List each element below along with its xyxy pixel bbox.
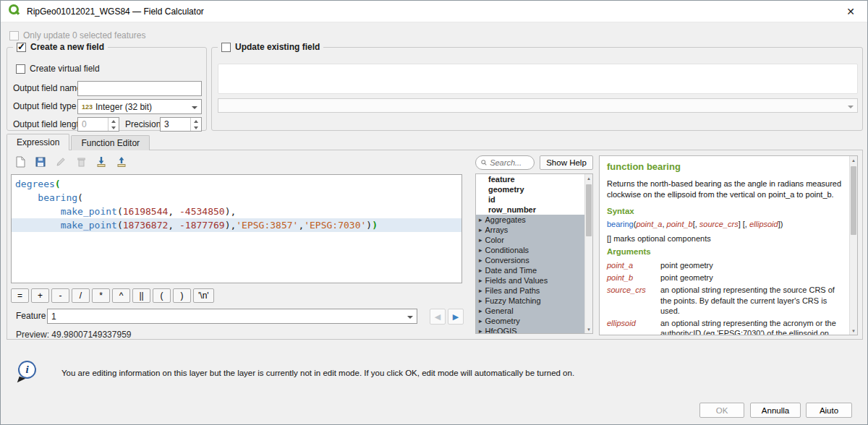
search-input[interactable]: [490, 158, 529, 167]
function-list-item[interactable]: feature: [476, 174, 592, 184]
precision-value: 3: [164, 119, 169, 129]
operator-button[interactable]: -: [51, 288, 69, 303]
argument-row: source_crs an optional string representi…: [607, 285, 843, 316]
checkbox-box[interactable]: [9, 31, 19, 40]
ok-button[interactable]: OK: [699, 403, 744, 418]
output-field-length-label: Output field length: [13, 117, 83, 132]
scrollbar-thumb[interactable]: [586, 184, 592, 236]
function-group-label: General: [485, 306, 514, 316]
output-field-type-label: Output field type: [13, 99, 76, 114]
function-group[interactable]: Geometry: [476, 316, 592, 326]
function-group[interactable]: Aggregates: [476, 215, 592, 225]
create-new-field-checkbox[interactable]: [17, 43, 26, 52]
operator-button[interactable]: '\n': [193, 288, 214, 303]
export-expression-button[interactable]: [112, 153, 131, 171]
scrollbar-thumb[interactable]: [851, 166, 856, 235]
chevron-down-icon: [407, 316, 413, 319]
save-icon: [35, 156, 46, 168]
existing-field-select[interactable]: [218, 98, 858, 113]
function-tree[interactable]: featuregeometryidrow_number AggregatesAr…: [475, 173, 593, 334]
argument-name: point_a: [607, 260, 660, 270]
trash-icon: [75, 156, 87, 168]
function-group-label: Geometry: [485, 316, 520, 326]
update-existing-field-group: Update existing field: [211, 47, 863, 131]
code-line[interactable]: make_point(16198544, -4534850),: [12, 205, 461, 218]
output-field-name-input[interactable]: [77, 81, 202, 96]
function-group[interactable]: Fuzzy Matching: [476, 296, 592, 306]
spin-down-icon[interactable]: [111, 126, 116, 129]
function-group[interactable]: Conversions: [476, 255, 592, 265]
function-group[interactable]: Fields and Values: [476, 275, 592, 286]
save-expression-button[interactable]: [31, 153, 50, 171]
help-scrollbar[interactable]: ▲ ▼: [849, 156, 857, 335]
spin-up-icon[interactable]: [111, 120, 116, 123]
preview-row: Preview: 49.98007149337959: [16, 330, 131, 340]
function-search[interactable]: [475, 155, 535, 170]
update-existing-field-checkbox[interactable]: [221, 43, 231, 52]
edit-mode-notice: You are editing information on this laye…: [61, 369, 574, 377]
only-update-label: Only update 0 selected features: [23, 30, 145, 40]
output-field-length-spinner[interactable]: 0: [77, 117, 119, 132]
function-group[interactable]: Arrays: [476, 225, 592, 235]
operator-button[interactable]: (: [153, 288, 171, 303]
spin-down-icon[interactable]: [194, 126, 198, 129]
title-bar: RipGeo01012021_WGS84 — Field Calculator …: [1, 1, 867, 22]
tree-scrollbar[interactable]: ▲ ▼: [584, 174, 592, 333]
function-group-label: Arrays: [485, 225, 509, 235]
function-group-label: HfcQGIS: [485, 326, 517, 334]
scroll-down-icon[interactable]: ▼: [585, 325, 592, 333]
code-line[interactable]: degrees(: [12, 177, 461, 191]
function-list-item[interactable]: geometry: [476, 184, 592, 194]
previous-feature-button[interactable]: ◀: [430, 309, 446, 325]
function-group[interactable]: Files and Paths: [476, 286, 592, 296]
function-list-item[interactable]: id: [476, 194, 592, 205]
expression-editor[interactable]: degrees( bearing( make_point(16198544, -…: [11, 174, 462, 283]
delete-expression-button[interactable]: [72, 153, 90, 171]
operator-button[interactable]: /: [72, 288, 90, 303]
function-group[interactable]: HfcQGIS: [476, 326, 592, 334]
cancel-button[interactable]: Annulla: [750, 403, 801, 418]
tab-expression[interactable]: Expression: [7, 134, 69, 150]
operator-button[interactable]: *: [92, 288, 110, 303]
function-variable-list: featuregeometryidrow_number: [476, 174, 592, 215]
scroll-up-icon[interactable]: ▲: [850, 156, 857, 164]
precision-spinner[interactable]: 3: [160, 117, 202, 132]
integer-type-icon: 123: [82, 103, 93, 111]
feature-picker[interactable]: 1: [47, 309, 417, 324]
spinner-buttons[interactable]: [190, 118, 201, 131]
tab-function-editor[interactable]: Function Editor: [71, 135, 150, 150]
create-virtual-field-checkbox[interactable]: Create virtual field: [16, 64, 100, 74]
new-expression-button[interactable]: [11, 153, 30, 171]
scroll-up-icon[interactable]: ▲: [585, 174, 592, 182]
operator-button[interactable]: =: [11, 288, 29, 303]
new-file-icon: [14, 156, 26, 168]
scroll-down-icon[interactable]: ▼: [850, 327, 857, 335]
operator-button[interactable]: ||: [132, 288, 150, 303]
output-field-type-select[interactable]: 123 Integer (32 bit): [77, 99, 202, 114]
operator-button[interactable]: ^: [112, 288, 130, 303]
spinner-buttons[interactable]: [108, 118, 119, 131]
close-icon[interactable]: ✕: [834, 1, 867, 22]
function-group[interactable]: Conditionals: [476, 245, 592, 255]
function-group-label: Date and Time: [485, 265, 537, 275]
field-calculator-dialog: RipGeo01012021_WGS84 — Field Calculator …: [0, 0, 868, 425]
code-line[interactable]: bearing(: [12, 191, 461, 205]
operator-button[interactable]: +: [31, 288, 49, 303]
next-feature-button[interactable]: ▶: [448, 309, 464, 325]
chevron-down-icon: [192, 106, 197, 109]
function-group[interactable]: General: [476, 306, 592, 316]
create-virtual-field-label: Create virtual field: [30, 64, 100, 74]
spin-up-icon[interactable]: [194, 120, 198, 123]
edit-expression-button[interactable]: [51, 153, 70, 171]
function-list-item[interactable]: row_number: [476, 205, 592, 215]
import-expression-button[interactable]: [92, 153, 111, 171]
help-button[interactable]: Aiuto: [806, 403, 852, 418]
function-group[interactable]: Date and Time: [476, 265, 592, 275]
function-group[interactable]: Color: [476, 235, 592, 245]
code-line[interactable]: make_point(18736872, -1877769),'EPSG:385…: [12, 218, 461, 232]
function-group-label: Conversions: [485, 255, 529, 265]
operator-button[interactable]: ): [173, 288, 191, 303]
show-help-button[interactable]: Show Help: [540, 155, 593, 170]
only-update-checkbox[interactable]: Only update 0 selected features: [9, 30, 145, 40]
checkbox-box[interactable]: [16, 64, 25, 74]
